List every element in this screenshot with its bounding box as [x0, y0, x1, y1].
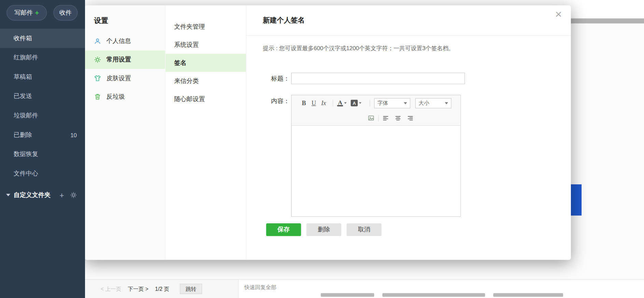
content-row: 内容： B U Ix A: [247, 95, 571, 217]
settings-nav: 设置 个人信息 常用设置 皮肤设置 反垃圾: [85, 5, 166, 260]
subnav-item-mail-classification[interactable]: 来信分类: [166, 72, 246, 90]
bold-button[interactable]: B: [299, 100, 309, 107]
subnav-label: 随心邮设置: [174, 95, 205, 103]
dialog-buttons: 保存 删除 取消: [247, 223, 571, 236]
sidebar-item-sent[interactable]: 已发送: [0, 87, 85, 106]
editor-toolbar-row2: [292, 111, 460, 125]
delete-signature-button[interactable]: 删除: [306, 223, 341, 236]
folder-settings-gear-icon[interactable]: [70, 192, 77, 198]
compose-button[interactable]: 写邮件 +: [6, 5, 47, 20]
nav-label: 常用设置: [107, 56, 131, 64]
subnav-label: 来信分类: [174, 77, 199, 85]
font-family-value: 字体: [378, 99, 388, 107]
page-indicator: 1/2 页: [155, 285, 169, 293]
font-family-select[interactable]: 字体: [374, 98, 410, 108]
hint-text: 提示 : 您可设置最多600个汉字或1200个英文字符；一共可设置3个签名档。: [263, 45, 555, 52]
signature-title-input[interactable]: [291, 73, 465, 84]
title-label: 标题：: [266, 74, 290, 82]
quick-reply-label: 快速回复全部: [244, 284, 277, 290]
prev-page-button[interactable]: < 上一页: [101, 285, 121, 293]
custom-folders-row[interactable]: 自定义文件夹 +: [0, 188, 85, 202]
sidebar-header: 写邮件 + 收件: [0, 0, 85, 20]
sidebar-item-spam[interactable]: 垃圾邮件: [0, 106, 85, 125]
chevron-down-icon: [359, 102, 361, 104]
editor-toolbar-row1: B U Ix A A: [292, 95, 460, 111]
compose-label: 写邮件: [14, 9, 33, 17]
folder-label: 红旗邮件: [14, 54, 38, 62]
nav-label: 个人信息: [107, 37, 131, 45]
nav-item-skin-settings[interactable]: 皮肤设置: [85, 69, 165, 87]
clear-format-button[interactable]: Ix: [319, 100, 328, 107]
receive-button[interactable]: 收件: [53, 5, 78, 20]
folder-count: 10: [70, 131, 77, 138]
jump-page-button[interactable]: 跳转: [180, 284, 202, 294]
nav-item-personal-info[interactable]: 个人信息: [85, 32, 165, 51]
sidebar-item-drafts[interactable]: 草稿箱: [0, 67, 85, 87]
sidebar-item-inbox[interactable]: 收件箱: [0, 29, 85, 48]
next-page-button[interactable]: 下一页 >: [128, 285, 148, 293]
folder-label: 已发送: [14, 93, 32, 100]
font-color-button[interactable]: A: [337, 100, 347, 106]
dimmed-text-remnant: [493, 293, 563, 297]
main-area: 删除 移至 查看 标记 举报: [85, 0, 644, 298]
subnav-item-signature[interactable]: 签名: [166, 54, 246, 72]
signature-panel: × 新建个人签名 提示 : 您可设置最多600个汉字或1200个英文字符；一共可…: [247, 5, 571, 260]
align-center-button[interactable]: [395, 115, 401, 121]
receive-label: 收件: [59, 9, 72, 17]
font-size-select[interactable]: 大小: [415, 98, 451, 108]
subnav-label: 签名: [174, 59, 186, 67]
plus-icon: +: [35, 9, 39, 16]
fill-color-button[interactable]: A: [351, 100, 361, 106]
editor-divider: [370, 100, 370, 106]
nav-label: 反垃圾: [107, 93, 125, 101]
align-right-button[interactable]: [407, 115, 413, 121]
signature-content-area[interactable]: [292, 126, 460, 216]
content-label: 内容：: [266, 97, 290, 105]
quick-reply-panel[interactable]: 快速回复全部: [238, 279, 644, 298]
folder-label: 已删除: [14, 131, 32, 139]
folder-label: 数据恢复: [14, 150, 38, 158]
person-icon: [94, 38, 101, 45]
panel-header: 新建个人签名: [247, 5, 571, 36]
save-button[interactable]: 保存: [266, 223, 301, 236]
close-icon[interactable]: ×: [555, 9, 562, 20]
rich-text-editor: B U Ix A A: [291, 95, 461, 217]
align-left-button[interactable]: [383, 115, 389, 121]
nav-item-general-settings[interactable]: 常用设置: [85, 51, 165, 69]
title-row: 标题：: [247, 73, 571, 84]
folder-label: 文件中心: [14, 170, 38, 178]
folder-label: 收件箱: [14, 34, 32, 42]
nav-label: 皮肤设置: [107, 74, 131, 82]
trash-bin-icon: [94, 93, 101, 100]
dimmed-text-remnant: [382, 293, 485, 297]
sidebar-item-file-center[interactable]: 文件中心: [0, 164, 85, 183]
subnav-label: 系统设置: [174, 41, 199, 49]
chevron-down-icon: [344, 102, 347, 104]
blue-panel: [569, 184, 582, 215]
folder-label: 草稿箱: [14, 73, 32, 81]
settings-title: 设置: [85, 16, 165, 26]
settings-dialog: 设置 个人信息 常用设置 皮肤设置 反垃圾: [85, 5, 571, 260]
dimmed-text-remnant: [321, 293, 374, 297]
fill-color-a-icon: A: [351, 100, 358, 106]
add-folder-icon[interactable]: +: [59, 191, 64, 199]
settings-subnav: 文件夹管理 系统设置 签名 来信分类 随心邮设置: [166, 5, 247, 260]
font-color-a-icon: A: [337, 100, 343, 106]
sidebar-item-data-recovery[interactable]: 数据恢复: [0, 144, 85, 164]
sidebar: 写邮件 + 收件 收件箱 红旗邮件 草稿箱 已发送: [0, 0, 85, 298]
cancel-button[interactable]: 取消: [347, 223, 381, 236]
insert-image-button[interactable]: [368, 115, 374, 121]
subnav-item-folder-management[interactable]: 文件夹管理: [166, 18, 246, 36]
pagination-bar: < 上一页 下一页 > 1/2 页 跳转: [85, 279, 238, 298]
chevron-down-icon: [445, 102, 448, 104]
editor-divider: [378, 115, 379, 121]
editor-divider: [333, 100, 333, 106]
collapse-triangle-icon: [6, 194, 10, 196]
sidebar-item-flagged[interactable]: 红旗邮件: [0, 48, 85, 68]
nav-item-anti-spam[interactable]: 反垃圾: [85, 87, 165, 106]
underline-button[interactable]: U: [309, 100, 319, 107]
subnav-item-system-settings[interactable]: 系统设置: [166, 36, 246, 54]
sidebar-item-deleted[interactable]: 已删除 10: [0, 125, 85, 145]
mail-app: 写邮件 + 收件 收件箱 红旗邮件 草稿箱 已发送: [0, 0, 644, 298]
subnav-item-casual-mail-settings[interactable]: 随心邮设置: [166, 90, 246, 108]
